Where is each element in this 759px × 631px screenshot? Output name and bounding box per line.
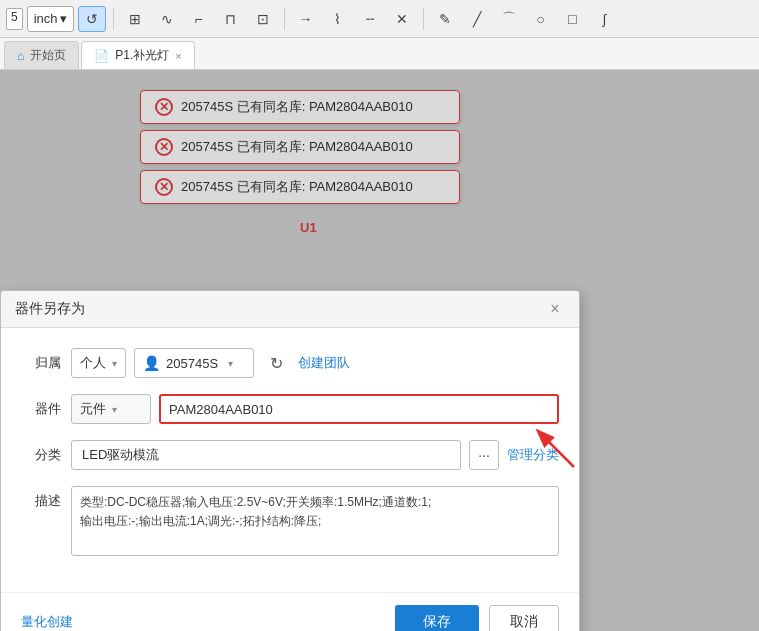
owner-label: 归属 [21,354,61,372]
curve-tool-btn[interactable]: ⌒ [495,6,523,32]
dialog-close-button[interactable]: × [545,299,565,319]
owner-option-label: 个人 [80,354,106,372]
owner-controls: 个人 ▾ 👤 205745S ▾ ↻ 创建团队 [71,348,559,378]
component-name-wrap [159,394,559,424]
refresh-button[interactable]: ↻ [262,349,290,377]
category-controls: LED驱动模流 ··· 管理分类 [71,440,559,470]
dialog-title: 器件另存为 [15,300,85,318]
corner-tool-btn[interactable]: ⌐ [185,6,213,32]
tab-close-icon[interactable]: × [175,50,181,62]
dash-tool-btn[interactable]: ╌ [356,6,384,32]
unit-value: inch [34,11,58,26]
category-more-button[interactable]: ··· [469,440,499,470]
category-value: LED驱动模流 [71,440,461,470]
redo-button[interactable]: ↺ [78,6,106,32]
tab-schematic-label: P1.补光灯 [115,47,169,64]
separator-2 [284,8,285,30]
wave2-tool-btn[interactable]: ∫ [591,6,619,32]
tab-schematic[interactable]: 📄 P1.补光灯 × [81,41,194,69]
dialog-header: 器件另存为 × [1,291,579,328]
pin-icon: ⊓ [225,11,236,27]
cross-tool-btn[interactable]: ✕ [388,6,416,32]
pin-tool-btn[interactable]: ⊓ [217,6,245,32]
arrow-tool-btn[interactable]: → [292,6,320,32]
file-icon: 📄 [94,49,109,63]
save-as-dialog: 器件另存为 × 归属 个人 ▾ 👤 205745S ▾ [0,290,580,631]
component-type-label: 元件 [80,400,106,418]
wave-icon: ∿ [161,11,173,27]
pen-tool-btn[interactable]: ✎ [431,6,459,32]
separator-3 [423,8,424,30]
separator-1 [113,8,114,30]
description-controls [71,486,559,556]
num-value: 5 [11,10,18,24]
user-select[interactable]: 👤 205745S ▾ [134,348,254,378]
toolbar: 5 inch ▾ ↺ ⊞ ∿ ⌐ ⊓ ⊡ → ⌇ ╌ ✕ ✎ ╱ ⌒ ○ □ ∫ [0,0,759,38]
home-icon: ⌂ [17,49,24,63]
batch-create-link[interactable]: 量化创建 [21,613,73,631]
refresh-icon: ↻ [270,354,283,373]
box-tool-btn[interactable]: ⊡ [249,6,277,32]
description-label: 描述 [21,492,61,510]
unit-select[interactable]: inch ▾ [27,6,74,32]
tabs-bar: ⌂ 开始页 📄 P1.补光灯 × [0,38,759,70]
dialog-footer: 量化创建 保存 取消 [1,592,579,631]
zigzag-icon: ⌇ [334,11,341,27]
cross-icon: ✕ [396,11,408,27]
description-row: 描述 [21,486,559,556]
user-name-label: 205745S [166,356,218,371]
component-type-chevron-icon: ▾ [112,404,117,415]
tab-start-page[interactable]: ⌂ 开始页 [4,41,79,69]
component-name-input[interactable] [159,394,559,424]
circle-icon: ○ [536,11,544,27]
wave2-icon: ∫ [603,11,607,27]
cancel-button[interactable]: 取消 [489,605,559,631]
manage-category-link[interactable]: 管理分类 [507,446,559,464]
component-row: 器件 元件 ▾ [21,394,559,424]
owner-type-select[interactable]: 个人 ▾ [71,348,126,378]
user-icon: 👤 [143,355,160,371]
number-select[interactable]: 5 [6,8,23,30]
tab-start-label: 开始页 [30,47,66,64]
footer-buttons: 保存 取消 [395,605,559,631]
line-icon: ╱ [473,11,481,27]
rect-tool-btn[interactable]: □ [559,6,587,32]
grid-tool-btn[interactable]: ⊞ [121,6,149,32]
circle-tool-btn[interactable]: ○ [527,6,555,32]
pen-icon: ✎ [439,11,451,27]
box-icon: ⊡ [257,11,269,27]
wave-tool-btn[interactable]: ∿ [153,6,181,32]
component-label: 器件 [21,400,61,418]
arrow-right-icon: → [299,11,313,27]
category-label: 分类 [21,446,61,464]
corner-icon: ⌐ [194,11,202,27]
category-row: 分类 LED驱动模流 ··· 管理分类 [21,440,559,470]
create-team-link[interactable]: 创建团队 [298,354,350,372]
chevron-down-icon: ▾ [60,11,67,26]
component-controls: 元件 ▾ [71,394,559,424]
line-tool-btn[interactable]: ╱ [463,6,491,32]
user-chevron-icon: ▾ [228,358,233,369]
curve-icon: ⌒ [502,10,516,28]
dialog-body: 归属 个人 ▾ 👤 205745S ▾ ↻ 创建团队 [1,328,579,592]
rect-icon: □ [568,11,576,27]
owner-row: 归属 个人 ▾ 👤 205745S ▾ ↻ 创建团队 [21,348,559,378]
save-button[interactable]: 保存 [395,605,479,631]
component-type-select[interactable]: 元件 ▾ [71,394,151,424]
dash-icon: ╌ [366,11,374,27]
redo-icon: ↺ [86,11,98,27]
canvas-area: ✕ 205745S 已有同名库: PAM2804AAB010 ✕ 205745S… [0,70,759,631]
owner-chevron-icon: ▾ [112,358,117,369]
zigzag-tool-btn[interactable]: ⌇ [324,6,352,32]
description-input[interactable] [71,486,559,556]
grid-icon: ⊞ [129,11,141,27]
